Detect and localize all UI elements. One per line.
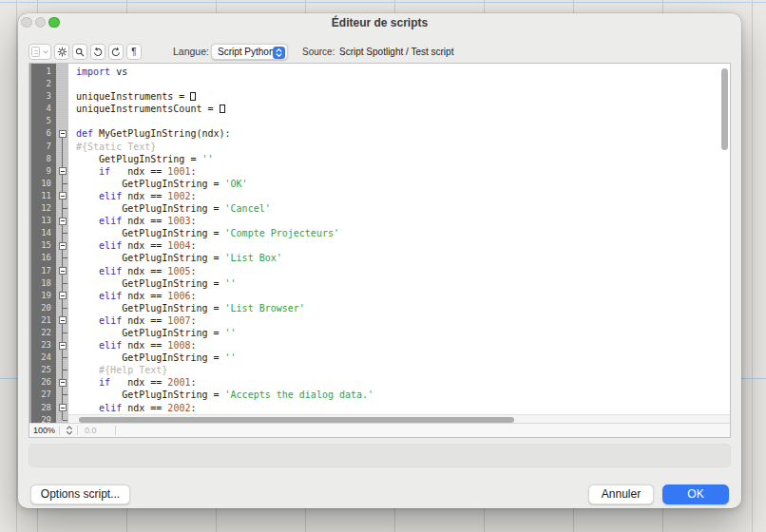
code-line[interactable]: 19 elif ndx == 1006:	[29, 290, 730, 302]
redo-button[interactable]	[108, 44, 124, 60]
fold-tick	[63, 332, 67, 333]
fold-toggle-icon[interactable]	[59, 292, 67, 299]
code-line[interactable]: 8 GetPlugInString = ''	[29, 153, 730, 165]
fold-toggle-icon[interactable]	[59, 242, 67, 250]
line-number: 23	[29, 339, 56, 352]
code-text	[68, 115, 76, 127]
code-text: import vs	[68, 66, 127, 78]
window-title: Éditeur de scripts	[18, 16, 741, 29]
background-grid-line	[16, 0, 17, 532]
fold-cell	[56, 339, 68, 352]
code-line[interactable]: 28 elif ndx == 2002:	[29, 402, 730, 414]
search-button[interactable]	[72, 44, 87, 60]
code-line[interactable]: 26 if ndx == 2001:	[29, 376, 730, 389]
fold-cell	[56, 153, 68, 165]
fold-tick	[63, 183, 67, 184]
fold-toggle-icon[interactable]	[59, 192, 67, 200]
fold-toggle-icon[interactable]	[59, 130, 67, 138]
fold-cell	[56, 90, 68, 103]
insert-menu-button[interactable]	[29, 44, 51, 60]
code-text: GetPlugInString = 'Compte Projecteurs'	[68, 227, 339, 239]
vertical-scrollbar[interactable]	[721, 68, 728, 150]
code-line[interactable]: 23 elif ndx == 1008:	[29, 339, 730, 352]
code-line[interactable]: 22 GetPlugInString = ''	[29, 327, 730, 339]
fold-cell	[56, 364, 68, 376]
code-line[interactable]: 20 GetPlugInString = 'List Browser'	[29, 302, 730, 314]
gear-icon	[57, 47, 67, 57]
fold-toggle-icon[interactable]	[59, 218, 67, 225]
code-line[interactable]: 9 if ndx == 1001:	[29, 165, 730, 178]
cancel-button[interactable]: Annuler	[588, 484, 654, 504]
code-line[interactable]: 17 elif ndx == 1005:	[29, 265, 730, 277]
code-line[interactable]: 13 elif ndx == 1003:	[29, 215, 730, 227]
undo-button[interactable]	[90, 44, 105, 60]
fold-cell	[56, 103, 68, 115]
code-text: if ndx == 1001:	[68, 165, 196, 178]
code-line[interactable]: 2	[29, 78, 730, 90]
fold-cell	[56, 165, 68, 178]
line-number: 2	[29, 78, 56, 90]
line-number: 18	[29, 277, 56, 290]
code-line[interactable]: 11 elif ndx == 1002:	[29, 190, 730, 202]
line-number: 11	[29, 190, 56, 202]
language-popup-value: Script Python	[218, 47, 274, 57]
code-text: GetPlugInString = 'List Browser'	[68, 302, 305, 314]
script-options-button[interactable]: Options script...	[30, 484, 130, 504]
fold-cell	[56, 141, 68, 153]
code-line[interactable]: 1import vs	[29, 66, 730, 78]
code-line[interactable]: 5	[29, 115, 730, 127]
code-line[interactable]: 7#{Static Text}	[29, 141, 730, 153]
line-number: 7	[29, 141, 56, 153]
code-area[interactable]: 1import vs23uniqueInstruments = 4uniqueI…	[29, 64, 730, 423]
fold-cell	[56, 277, 68, 290]
redo-icon	[111, 48, 121, 57]
fold-toggle-icon[interactable]	[59, 267, 67, 275]
fold-cell	[56, 190, 68, 202]
zoom-stepper[interactable]	[66, 426, 73, 437]
line-number: 29	[29, 414, 56, 423]
code-line[interactable]: 18 GetPlugInString = ''	[29, 277, 730, 290]
pilcrow-button[interactable]: ¶	[126, 44, 142, 60]
code-line[interactable]: 6def MyGetPlugInString(ndx):	[29, 127, 730, 140]
line-number: 14	[29, 227, 56, 239]
fold-toggle-icon[interactable]	[59, 167, 67, 175]
code-text: GetPlugInString = ''	[68, 352, 237, 364]
fold-cell	[56, 115, 68, 127]
background-grid-line	[0, 2, 766, 3]
code-line[interactable]: 25 #{Help Text}	[29, 364, 730, 376]
code-line[interactable]: 21 elif ndx == 1007:	[29, 314, 730, 327]
language-popup[interactable]: Script Python	[211, 44, 288, 60]
code-line[interactable]: 24 GetPlugInString = ''	[29, 352, 730, 364]
fold-cell	[56, 215, 68, 227]
code-line[interactable]: 15 elif ndx == 1004:	[29, 239, 730, 252]
fold-cell	[56, 389, 68, 401]
line-number: 1	[29, 66, 56, 78]
code-line[interactable]: 14 GetPlugInString = 'Compte Projecteurs…	[29, 227, 730, 239]
fold-tick	[63, 357, 67, 358]
source-value: Script Spotlight / Test script	[339, 44, 453, 60]
settings-button[interactable]	[54, 44, 69, 60]
line-number: 24	[29, 352, 56, 364]
source-label: Source:	[302, 44, 335, 60]
code-line[interactable]: 12 GetPlugInString = 'Cancel'	[29, 202, 730, 215]
fold-toggle-icon[interactable]	[59, 316, 67, 324]
ok-button[interactable]: OK	[662, 484, 729, 504]
code-line[interactable]: 3uniqueInstruments =	[29, 90, 730, 103]
fold-cell	[56, 402, 68, 414]
code-text: GetPlugInString = ''	[68, 153, 214, 165]
line-number: 5	[29, 115, 56, 127]
code-text: elif ndx == 1003:	[68, 215, 196, 227]
fold-cell	[56, 352, 68, 364]
code-line[interactable]: 10 GetPlugInString = 'OK'	[29, 178, 730, 190]
code-text	[68, 78, 76, 90]
code-text: elif ndx == 1004:	[68, 239, 196, 252]
code-line[interactable]: 16 GetPlugInString = 'List Box'	[29, 252, 730, 264]
code-line[interactable]: 4uniqueInstrumentsCount =	[29, 103, 730, 115]
line-number: 4	[29, 103, 56, 115]
code-line[interactable]: 27 GetPlugInString = 'Accepts the dialog…	[29, 389, 730, 401]
fold-toggle-icon[interactable]	[59, 342, 67, 350]
horizontal-scrollbar-track[interactable]	[68, 414, 730, 423]
fold-cell	[56, 78, 68, 90]
fold-toggle-icon[interactable]	[59, 404, 67, 411]
fold-toggle-icon[interactable]	[59, 379, 67, 387]
